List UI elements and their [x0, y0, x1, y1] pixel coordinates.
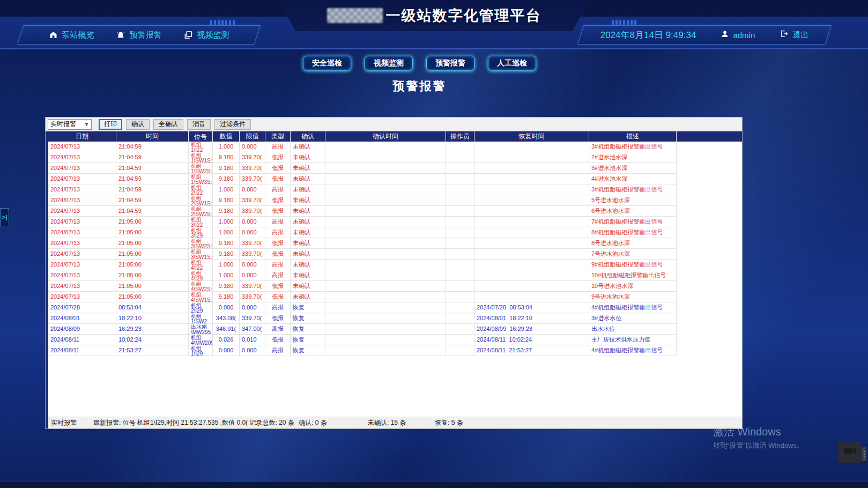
grid-body: 2024/07/1321:04:59机组 1\I221.0000.000高报未确…	[48, 142, 742, 356]
print-button[interactable]: 打印	[99, 119, 122, 130]
col-header-time[interactable]: 时间	[116, 131, 189, 142]
col-header-value[interactable]: 数值	[213, 131, 240, 142]
cell-operator	[446, 324, 474, 335]
table-row[interactable]: 2024/08/0118:22:10机组 1\SW2343.08(339.70(…	[48, 313, 742, 324]
video-monitor-icon	[183, 31, 193, 40]
col-header-type[interactable]: 类型	[265, 131, 291, 142]
cell-type: 低报	[265, 206, 291, 217]
cell-ack: 恢复	[291, 313, 325, 324]
table-row[interactable]: 2024/07/1321:05:00机组 4\SW2S:9.180339.70(…	[48, 281, 742, 292]
table-row[interactable]: 2024/07/1321:05:00机组 3\SW2S:9.180339.70(…	[48, 238, 742, 249]
col-header-limit[interactable]: 限值	[240, 131, 265, 142]
cell-ack: 未确认	[291, 206, 325, 217]
cell-ack_time	[325, 270, 446, 281]
cell-type: 低报	[265, 238, 291, 249]
table-row[interactable]: 2024/07/1321:04:59机组 2\I221.0000.000高报未确…	[48, 184, 742, 195]
cell-ack: 未确认	[291, 292, 325, 302]
table-row[interactable]: 2024/07/2808:53:04机组 2\I290.0000.000高报恢复…	[48, 302, 742, 313]
table-row[interactable]: 2024/07/1321:04:59机组 2\SW1S:9.180339.70(…	[48, 195, 742, 206]
cell-desc: 主厂房技术供水压力值	[589, 335, 677, 345]
table-row[interactable]: 2024/08/1121:53:27机组 1\I290.0000.000高报恢复…	[48, 345, 742, 356]
table-row[interactable]: 2024/07/1321:05:00机组 4\I291.0000.000高报未确…	[48, 270, 742, 281]
table-row[interactable]: 2024/07/1321:04:59机组 1\SW3S:9.180339.70(…	[48, 174, 742, 184]
cell-desc: 7号进水池水深	[589, 249, 677, 260]
col-header-tag[interactable]: 位号	[189, 131, 213, 142]
ack-all-button[interactable]: 全确认	[153, 119, 183, 130]
widget-drag-handle[interactable]	[862, 447, 866, 461]
cell-desc: 7#机组励磁柜报警输出信号	[589, 217, 677, 227]
cell-type: 高报	[265, 260, 291, 270]
quick-button-manual-patrol[interactable]: 人工巡检	[488, 56, 536, 70]
cell-ack_time	[325, 324, 446, 335]
col-header-ack[interactable]: 确认	[291, 131, 325, 142]
cell-limit: 339.70(	[240, 249, 265, 260]
cell-pos: 机组 1\I22	[189, 142, 213, 152]
cell-operator	[446, 249, 474, 260]
cell-ack_time	[325, 206, 446, 217]
cell-ack_time	[325, 260, 446, 270]
table-row[interactable]: 2024/07/1321:04:59机组 1\SW2S:9.180339.70(…	[48, 163, 742, 174]
cell-operator	[446, 184, 474, 195]
col-header-operator[interactable]: 操作员	[446, 131, 474, 142]
filter-button[interactable]: 过滤条件	[214, 119, 251, 130]
cell-type: 低报	[265, 195, 291, 206]
cell-limit: 339.70(	[240, 281, 265, 292]
deco-ticks-left	[210, 20, 235, 25]
col-header-ack-time[interactable]: 确认时间	[325, 131, 446, 142]
app-title: 一级站数字化管理平台	[386, 6, 541, 25]
cell-time: 21:05:00	[116, 249, 189, 260]
cell-value: 0.026	[213, 335, 240, 345]
cell-ack_time	[325, 292, 446, 302]
cell-time: 21:04:59	[116, 206, 189, 217]
user-menu[interactable]: admin	[721, 29, 755, 40]
table-row[interactable]: 2024/07/1321:05:00机组 3\I291.0000.000高报未确…	[48, 227, 742, 238]
table-row[interactable]: 2024/07/1321:04:59机组 1\SW1S:9.180339.70(…	[48, 152, 742, 163]
alarm-mode-select[interactable]: 实时报警 ▼	[48, 119, 92, 130]
col-header-desc[interactable]: 描述	[589, 131, 677, 142]
cell-operator	[446, 152, 474, 163]
nav-item-video[interactable]: 视频监测	[183, 30, 229, 40]
cell-value: 0.000	[213, 302, 240, 313]
cell-date: 2024/07/13	[48, 174, 116, 184]
quick-button-alarm[interactable]: 预警报警	[426, 56, 474, 70]
cell-type: 高报	[265, 302, 291, 313]
table-row[interactable]: 2024/07/1321:05:00机组 3\SW1S:9.180339.70(…	[48, 249, 742, 260]
status-recovered-count: 恢复: 5 条	[435, 418, 742, 427]
nav-item-pump-overview[interactable]: 泵站概览	[49, 30, 94, 40]
cell-time: 08:53:04	[116, 302, 189, 313]
floating-video-widget[interactable]	[838, 441, 862, 463]
cell-recover_time	[474, 184, 589, 195]
cell-desc: 3#进水池水深	[589, 163, 677, 174]
table-row[interactable]: 2024/07/1321:05:00机组 3\I221.0000.000高报未确…	[48, 217, 742, 227]
cell-type: 高报	[265, 270, 291, 281]
cell-pos: 机组 1\I29	[189, 345, 213, 356]
quick-button-video-monitor[interactable]: 视频监测	[365, 56, 413, 70]
sidebar-expand-tab[interactable]: >|	[0, 208, 9, 226]
app-header: 一级站数字化管理平台 泵站概览 预警报警	[0, 0, 868, 49]
mute-button[interactable]: 消音	[187, 119, 211, 130]
cell-operator	[446, 345, 474, 356]
table-row[interactable]: 2024/08/1110:02:24机组 4\MW2090.0260.010低报…	[48, 335, 742, 345]
status-ack-count: 确认: 0 条	[299, 418, 368, 427]
cell-time: 21:04:59	[116, 163, 189, 174]
table-row[interactable]: 2024/07/1321:05:00机组 4\SW1S:9.180339.70(…	[48, 292, 742, 302]
table-row[interactable]: 2024/07/1321:05:00机组 4\I221.0000.000高报未确…	[48, 260, 742, 270]
quick-button-safety-patrol[interactable]: 安全巡检	[303, 56, 351, 70]
cell-desc: 8#机组励磁柜报警输出信号	[589, 227, 677, 238]
cell-type: 低报	[265, 174, 291, 184]
table-row[interactable]: 2024/07/1321:04:59机组 1\I221.0000.000高报未确…	[48, 142, 742, 152]
table-row[interactable]: 2024/08/0916:29:23出水闸 \MW295346.91(347.0…	[48, 324, 742, 335]
cell-limit: 0.010	[240, 335, 265, 345]
cell-operator	[446, 163, 474, 174]
col-header-date[interactable]: 日期	[48, 131, 116, 142]
ack-button[interactable]: 确认	[126, 119, 150, 130]
nav-item-label: 视频监测	[197, 30, 229, 40]
col-header-recover-time[interactable]: 恢复时间	[474, 131, 589, 142]
cell-ack: 未确认	[291, 260, 325, 270]
nav-item-alarm[interactable]: 预警报警	[116, 30, 162, 40]
table-row[interactable]: 2024/07/1321:04:59机组 2\SW2S:9.180339.70(…	[48, 206, 742, 217]
cell-pos: 机组 4\SW1S:	[189, 292, 213, 302]
logout-button[interactable]: 退出	[780, 29, 808, 40]
cell-pos: 机组 3\I22	[189, 217, 213, 227]
cell-time: 21:05:00	[116, 292, 189, 302]
